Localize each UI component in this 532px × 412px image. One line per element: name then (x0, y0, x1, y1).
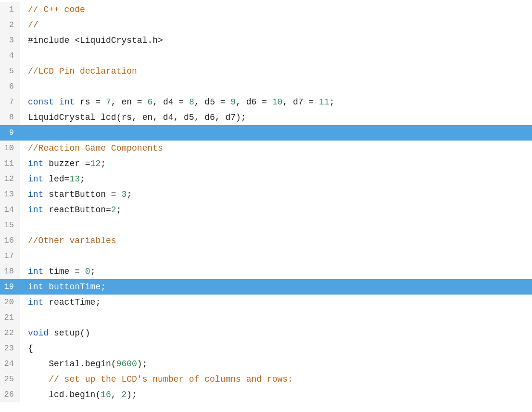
line-content (20, 125, 532, 141)
line-number: 4 (0, 48, 20, 64)
code-line: 13int startButton = 3; (0, 187, 532, 202)
code-line: 17 (0, 248, 532, 264)
code-line: 4 (0, 48, 532, 64)
code-area: 1// C++ code2//3#include <LiquidCrystal.… (0, 0, 532, 402)
line-number: 24 (0, 356, 20, 372)
line-content: lcd.begin(16, 2); (20, 387, 532, 402)
code-line: 7const int rs = 7, en = 6, d4 = 8, d5 = … (0, 94, 532, 110)
code-line: 16//Other variables (0, 233, 532, 248)
line-content: // set up the LCD's number of columns an… (20, 372, 532, 387)
code-line: 2// (0, 17, 532, 33)
line-content: //Other variables (20, 233, 532, 248)
line-number: 8 (0, 110, 20, 125)
line-content: //Reaction Game Components (20, 141, 532, 156)
line-number: 6 (0, 79, 20, 94)
line-number: 26 (0, 387, 20, 402)
code-line: 24 Serial.begin(9600); (0, 356, 532, 372)
code-line: 9 (0, 125, 532, 141)
line-number: 13 (0, 187, 20, 202)
code-line: 23{ (0, 341, 532, 356)
code-line: 15 (0, 218, 532, 233)
line-number: 22 (0, 325, 20, 341)
line-number: 3 (0, 33, 20, 48)
line-number: 5 (0, 64, 20, 79)
line-content: //LCD Pin declaration (20, 64, 532, 79)
code-line: 19int buttonTime; (0, 279, 532, 295)
code-line: 20int reactTime; (0, 295, 532, 310)
line-content: int buttonTime; (20, 279, 532, 295)
line-content: void setup() (20, 325, 532, 341)
code-line: 25 // set up the LCD's number of columns… (0, 372, 532, 387)
code-line: 10//Reaction Game Components (0, 141, 532, 156)
code-line: 11int buzzer =12; (0, 156, 532, 171)
line-number: 16 (0, 233, 20, 248)
line-number: 15 (0, 218, 20, 233)
code-line: 14int reactButton=2; (0, 202, 532, 218)
line-number: 21 (0, 310, 20, 325)
line-number: 2 (0, 17, 20, 33)
code-line: 21 (0, 310, 532, 325)
code-line: 6 (0, 79, 532, 94)
code-line: 22void setup() (0, 325, 532, 341)
code-line: 1// C++ code (0, 2, 532, 17)
code-line: 8LiquidCrystal lcd(rs, en, d4, d5, d6, d… (0, 110, 532, 125)
line-content: int reactButton=2; (20, 202, 532, 218)
code-line: 18int time = 0; (0, 264, 532, 279)
line-content: int time = 0; (20, 264, 532, 279)
line-content: { (20, 341, 532, 356)
line-number: 25 (0, 372, 20, 387)
line-number: 1 (0, 2, 20, 17)
line-number: 18 (0, 264, 20, 279)
line-content (20, 248, 532, 264)
line-content (20, 310, 532, 325)
line-number: 23 (0, 341, 20, 356)
line-content (20, 218, 532, 233)
code-line: 5//LCD Pin declaration (0, 64, 532, 79)
line-content: Serial.begin(9600); (20, 356, 532, 372)
line-content: int reactTime; (20, 295, 532, 310)
line-content: const int rs = 7, en = 6, d4 = 8, d5 = 9… (20, 94, 532, 110)
line-content (20, 79, 532, 94)
line-number: 7 (0, 94, 20, 110)
line-number: 9 (0, 125, 20, 141)
line-number: 12 (0, 171, 20, 187)
line-number: 10 (0, 141, 20, 156)
line-content: #include <LiquidCrystal.h> (20, 33, 532, 48)
line-content: int startButton = 3; (20, 187, 532, 202)
line-content: int led=13; (20, 171, 532, 187)
code-editor: 1// C++ code2//3#include <LiquidCrystal.… (0, 0, 532, 412)
line-number: 19 (0, 279, 20, 295)
line-number: 17 (0, 248, 20, 264)
line-content: // C++ code (20, 2, 532, 17)
line-number: 14 (0, 202, 20, 218)
code-line: 3#include <LiquidCrystal.h> (0, 33, 532, 48)
line-content: LiquidCrystal lcd(rs, en, d4, d5, d6, d7… (20, 110, 532, 125)
line-content: int buzzer =12; (20, 156, 532, 171)
code-line: 26 lcd.begin(16, 2); (0, 387, 532, 402)
line-number: 20 (0, 295, 20, 310)
line-content (20, 48, 532, 64)
code-line: 12int led=13; (0, 171, 532, 187)
line-content: // (20, 17, 532, 33)
line-number: 11 (0, 156, 20, 171)
